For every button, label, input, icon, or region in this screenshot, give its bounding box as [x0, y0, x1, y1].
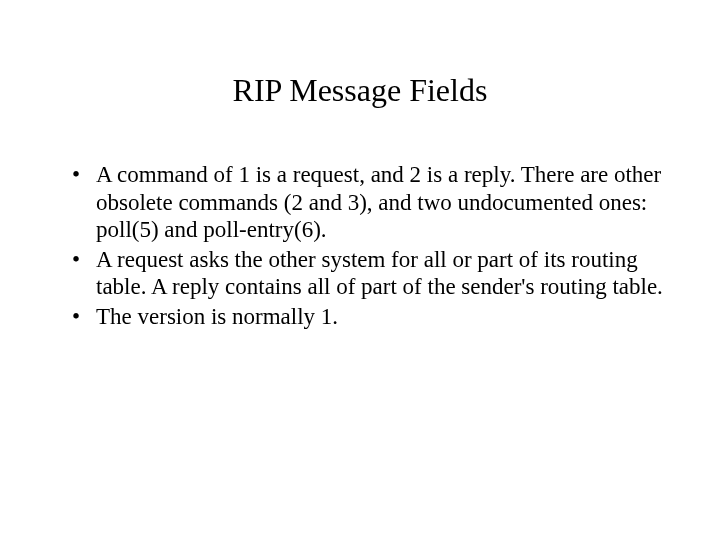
slide: RIP Message Fields A command of 1 is a r… [0, 72, 720, 540]
slide-title: RIP Message Fields [0, 72, 720, 109]
list-item: A command of 1 is a request, and 2 is a … [70, 161, 664, 244]
bullet-list: A command of 1 is a request, and 2 is a … [70, 161, 664, 331]
list-item: A request asks the other system for all … [70, 246, 664, 301]
list-item: The version is normally 1. [70, 303, 664, 331]
slide-body: A command of 1 is a request, and 2 is a … [70, 161, 664, 331]
